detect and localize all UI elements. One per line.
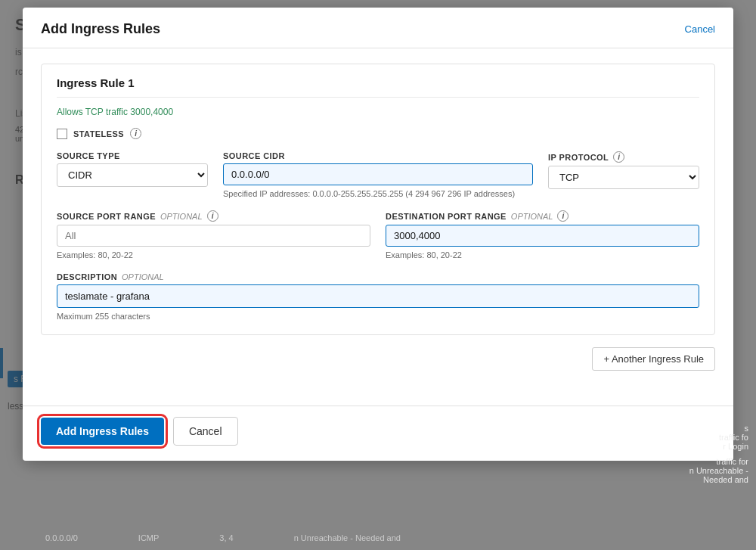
source-port-info-icon[interactable]: i [207, 210, 218, 222]
bg-bottom-row: 0.0.0.0/0 ICMP 3, 4 n Unreachable - Need… [45, 533, 748, 542]
bg-bottom-desc: n Unreachable - Needed and [294, 533, 401, 542]
description-group: DESCRIPTION OPTIONAL Maximum 255 charact… [57, 272, 699, 322]
stateless-info-icon[interactable]: i [130, 128, 141, 139]
source-cidr-group: SOURCE CIDR Specified IP addresses: 0.0.… [223, 151, 533, 200]
ingress-rule-section: Ingress Rule 1 Allows TCP traffic 3000,4… [41, 64, 715, 335]
bg-right-content: s traffic fo r Login traffic for n Unrea… [689, 424, 748, 484]
description-optional: OPTIONAL [122, 272, 164, 281]
stateless-checkbox[interactable] [57, 129, 67, 139]
source-port-hint: Examples: 80, 20-22 [57, 250, 370, 261]
another-rule-row: + Another Ingress Rule [41, 347, 715, 378]
destination-port-input[interactable] [386, 225, 699, 247]
cancel-button[interactable]: Cancel [173, 417, 238, 446]
modal-overlay: Add Ingress Rules Cancel Ingress Rule 1 … [0, 0, 756, 550]
destination-port-info-icon[interactable]: i [557, 210, 569, 222]
source-cidr-label: SOURCE CIDR [223, 151, 285, 160]
bg-right-1: s [689, 424, 748, 433]
description-hint: Maximum 255 characters [57, 311, 699, 322]
modal-footer: Add Ingress Rules Cancel [23, 406, 733, 461]
bg-bottom-protocol: ICMP [138, 533, 160, 542]
modal-title: Add Ingress Rules [41, 21, 160, 37]
main-fields-row: SOURCE TYPE CIDR Service SOURCE CIDR [57, 151, 699, 200]
stateless-row: STATELESS i [57, 128, 699, 139]
destination-port-group: DESTINATION PORT RANGE OPTIONAL i Exampl… [386, 210, 699, 261]
bg-bottom-ports: 3, 4 [219, 533, 233, 542]
bg-bottom-cidr: 0.0.0.0/0 [45, 533, 78, 542]
bg-right-3: r Login [689, 442, 748, 451]
rule-title: Ingress Rule 1 [57, 76, 699, 98]
ip-protocol-label: IP PROTOCOL [548, 153, 609, 162]
source-cidr-input[interactable] [223, 163, 533, 185]
destination-port-optional: OPTIONAL [511, 212, 553, 221]
source-port-input[interactable] [57, 225, 370, 247]
description-input[interactable] [57, 284, 699, 308]
allows-text: Allows TCP traffic 3000,4000 [57, 107, 699, 117]
modal-header: Add Ingress Rules Cancel [23, 8, 733, 48]
source-type-group: SOURCE TYPE CIDR Service [57, 151, 208, 187]
stateless-label: STATELESS [73, 129, 124, 138]
description-label: DESCRIPTION [57, 272, 117, 281]
modal-header-cancel-link[interactable]: Cancel [685, 23, 715, 35]
add-ingress-rules-button[interactable]: Add Ingress Rules [41, 418, 164, 445]
source-type-label: SOURCE TYPE [57, 151, 120, 160]
source-port-optional: OPTIONAL [160, 212, 203, 221]
modal-body: Ingress Rule 1 Allows TCP traffic 3000,4… [23, 48, 733, 406]
ip-protocol-info-icon[interactable]: i [613, 151, 624, 163]
ip-protocol-select[interactable]: TCP UDP ICMP [548, 166, 699, 189]
another-ingress-rule-button[interactable]: + Another Ingress Rule [592, 347, 715, 371]
modal-dialog: Add Ingress Rules Cancel Ingress Rule 1 … [23, 8, 733, 461]
port-fields-row: SOURCE PORT RANGE OPTIONAL i Examples: 8… [57, 210, 699, 261]
bg-right-4: traffic for [689, 457, 748, 466]
bg-right-5: n Unreachable - [689, 466, 748, 475]
source-port-label: SOURCE PORT RANGE [57, 212, 156, 221]
bg-right-6: Needed and [689, 475, 748, 484]
source-cidr-hint: Specified IP addresses: 0.0.0.0-255.255.… [223, 188, 533, 200]
source-type-select[interactable]: CIDR Service [57, 163, 208, 187]
bg-right-2: traffic fo [689, 433, 748, 442]
source-port-group: SOURCE PORT RANGE OPTIONAL i Examples: 8… [57, 210, 370, 261]
destination-port-hint: Examples: 80, 20-22 [386, 250, 699, 261]
ip-protocol-group: IP PROTOCOL i TCP UDP ICMP [548, 151, 699, 189]
destination-port-label: DESTINATION PORT RANGE [386, 212, 507, 221]
